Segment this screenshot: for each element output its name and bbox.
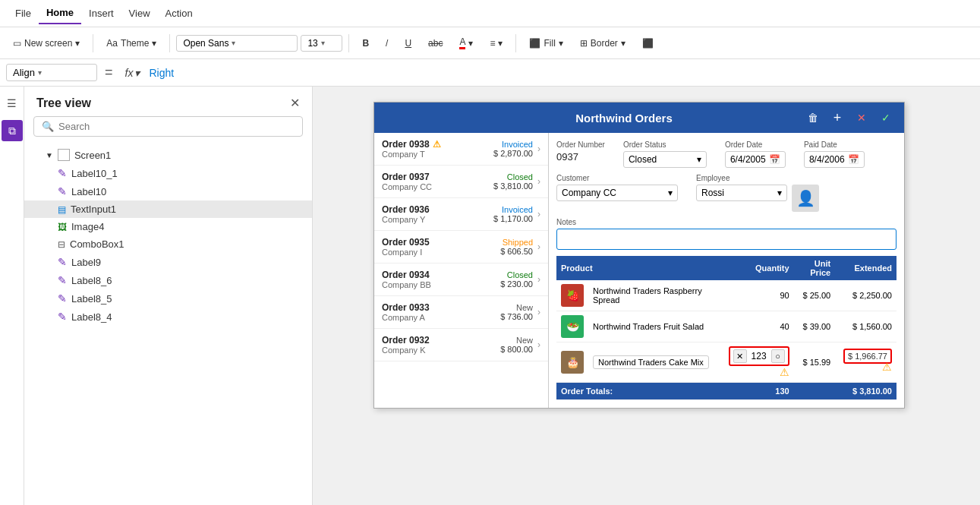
theme-button[interactable]: Aa Theme ▾: [99, 34, 163, 52]
order-status-label: Order Status: [623, 140, 707, 149]
menu-view[interactable]: View: [121, 3, 158, 24]
order-chevron-icon: ›: [537, 176, 540, 187]
font-color-button[interactable]: A ▾: [452, 33, 480, 53]
order-item-0932[interactable]: Order 0932 Company K New $ 800.00 ›: [374, 329, 548, 361]
align-button[interactable]: ≡ ▾: [483, 34, 509, 52]
fill-label: Fill: [544, 38, 555, 49]
order-item-0935[interactable]: Order 0935 Company I Shipped $ 606.50 ›: [374, 231, 548, 264]
tree-item-label10-1[interactable]: ✎ Label10_1: [24, 164, 312, 182]
order-status: Invoiced: [493, 205, 533, 214]
tree-item-label9[interactable]: ✎ Label9: [24, 253, 312, 271]
order-item-0937[interactable]: Order 0937 Company CC Closed $ 3,810.00 …: [374, 166, 548, 198]
underline-button[interactable]: U: [398, 34, 418, 52]
check-button[interactable]: ✓: [877, 109, 895, 127]
customer-dropdown[interactable]: Company CC ▾: [556, 185, 678, 201]
hamburger-menu-icon[interactable]: ☰: [2, 93, 23, 114]
product-price-cell: $ 39.00: [794, 311, 836, 342]
totals-label: Order Totals:: [561, 387, 613, 396]
tree-item-screen1[interactable]: ▼ Screen1: [24, 146, 312, 164]
order-item-0938[interactable]: Order 0938 ⚠ Company T Invoiced $ 2,870.…: [374, 133, 548, 166]
order-id-label: Order 0933: [382, 302, 430, 313]
product-price: $ 25.00: [802, 291, 830, 300]
order-item-0934[interactable]: Order 0934 Company BB Closed $ 230.00 ›: [374, 264, 548, 296]
tree-item-label10[interactable]: ✎ Label10: [24, 182, 312, 200]
tree-item-combobox1[interactable]: ⊟ ComboBox1: [24, 235, 312, 253]
employee-dropdown[interactable]: Rossi ▾: [696, 185, 787, 201]
main-layout: ☰ ⧉ Tree view ✕ 🔍 ▼ Screen1 ✎ Label10_1 …: [0, 87, 980, 505]
paid-date-label: Paid Date: [804, 140, 865, 149]
order-status-dropdown[interactable]: Closed ▾: [623, 151, 707, 168]
tree-item-label: TextInput1: [71, 204, 116, 215]
strikethrough-button[interactable]: abc: [421, 34, 449, 52]
tree-item-textinput1[interactable]: ▤ TextInput1: [24, 200, 312, 218]
menu-insert[interactable]: Insert: [81, 3, 121, 24]
product-extended: $ 1,560.00: [852, 322, 892, 331]
tree-item-label8-6[interactable]: ✎ Label8_6: [24, 271, 312, 289]
order-amount: $ 2,870.00: [493, 149, 533, 158]
order-amount: $ 736.00: [500, 312, 533, 321]
image-icon: 🖼: [58, 222, 67, 232]
add-button[interactable]: +: [828, 109, 846, 127]
label-icon: ✎: [58, 167, 67, 179]
layers-icon[interactable]: ⧉: [2, 120, 23, 141]
order-date-input[interactable]: 6/4/2005 📅: [725, 151, 786, 168]
tree-item-image4[interactable]: 🖼 Image4: [24, 218, 312, 235]
qty-increase-button[interactable]: ○: [771, 349, 785, 363]
tree-item-label: Label8_6: [71, 275, 112, 286]
employee-value: Rossi: [701, 188, 724, 198]
app-title: Northwind Orders: [444, 112, 804, 125]
bold-button[interactable]: B: [355, 34, 376, 52]
label-icon: ✎: [58, 311, 67, 323]
tree-item-label8-4[interactable]: ✎ Label8_4: [24, 308, 312, 326]
calendar-icon: 📅: [848, 154, 859, 165]
tree-title: Tree view: [36, 96, 91, 110]
app-header: Northwind Orders 🗑 + ✕ ✓: [374, 103, 904, 133]
order-item-0936[interactable]: Order 0936 Company Y Invoiced $ 1,170.00…: [374, 198, 548, 231]
totals-extended: $ 3,810.00: [852, 387, 892, 396]
qty-control[interactable]: ✕ 123 ○: [729, 346, 789, 366]
product-name: Northwind Traders Raspberry Spread: [593, 286, 702, 305]
paid-date-value: 8/4/2006: [809, 154, 845, 165]
italic-button[interactable]: /: [379, 34, 395, 52]
tree-item-label: Label9: [71, 257, 101, 268]
new-screen-button[interactable]: ▭ New screen ▾: [6, 34, 87, 52]
tree-search[interactable]: 🔍: [33, 116, 303, 137]
separator-2: [169, 34, 170, 52]
search-input[interactable]: [58, 121, 295, 132]
qty-decrease-button[interactable]: ✕: [733, 349, 747, 363]
delete-button[interactable]: 🗑: [804, 109, 822, 127]
formula-name-field[interactable]: Align ▾: [6, 64, 97, 81]
notes-input[interactable]: [556, 229, 896, 250]
order-company: Company Y: [382, 215, 430, 224]
tree-item-label: Label8_4: [71, 311, 112, 323]
close-button[interactable]: ✕: [852, 109, 871, 127]
menu-file[interactable]: File: [8, 3, 39, 24]
products-table: Product Quantity Unit Price Extended 🍓: [556, 256, 896, 400]
customer-value: Company CC: [562, 188, 616, 198]
tree-item-label: Image4: [71, 221, 104, 232]
formula-bar: Align ▾ = fx ▾ Right: [0, 59, 980, 87]
new-screen-label: New screen: [24, 38, 72, 49]
label-icon: ✎: [58, 185, 67, 197]
menu-action[interactable]: Action: [158, 3, 200, 24]
new-screen-chevron-icon: ▾: [75, 38, 80, 49]
formula-name-chevron-icon: ▾: [38, 68, 42, 77]
product-row-2: 🎂 Northwind Traders Cake Mix ✕: [556, 342, 896, 383]
product-extended-cell: $ 2,250.00: [835, 280, 896, 311]
tree-item-label8-5[interactable]: ✎ Label8_5: [24, 289, 312, 308]
border-button[interactable]: ⊞ Border ▾: [573, 34, 632, 52]
order-chevron-icon: ›: [537, 144, 540, 154]
tree-close-button[interactable]: ✕: [290, 96, 300, 110]
product-thumbnail: 🥗: [561, 315, 584, 338]
product-thumb-cell: 🎂: [556, 342, 588, 383]
rec-button[interactable]: ⬛: [635, 34, 660, 52]
order-item-0933[interactable]: Order 0933 Company A New $ 736.00 ›: [374, 296, 548, 329]
paid-date-input[interactable]: 8/4/2006 📅: [804, 151, 865, 168]
order-id-label: Order 0938: [382, 139, 430, 150]
font-dropdown[interactable]: Open Sans ▾: [176, 35, 298, 52]
product-qty: 40: [780, 322, 789, 331]
formula-fx-button[interactable]: fx ▾: [121, 67, 145, 79]
fill-button[interactable]: ⬛ Fill ▾: [522, 34, 569, 52]
font-size-dropdown[interactable]: 13 ▾: [301, 35, 342, 52]
menu-home[interactable]: Home: [39, 2, 81, 24]
